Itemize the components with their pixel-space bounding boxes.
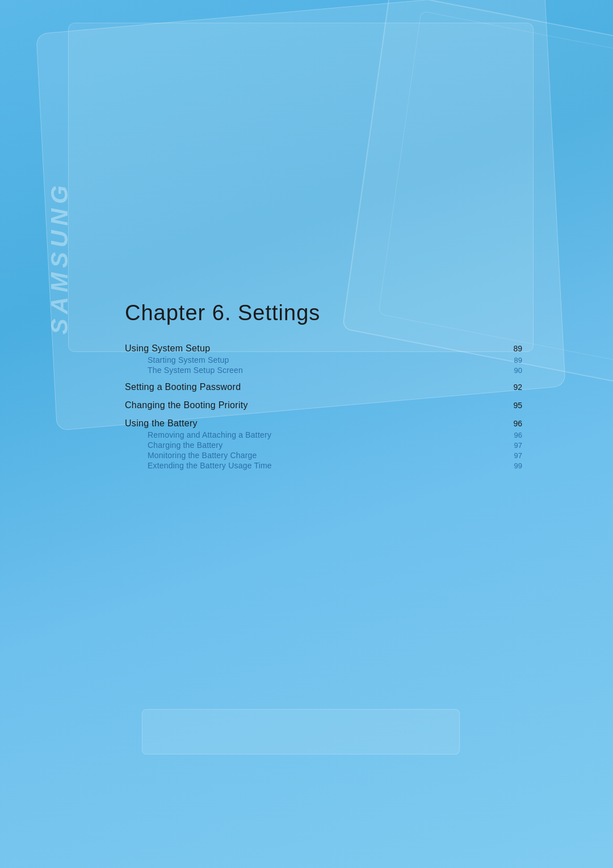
toc-section-booting-password: Setting a Booting Password 92 [125,381,522,393]
toc-sub-label-removing-battery: Removing and Attaching a Battery [148,430,271,439]
toc-sub-item: Removing and Attaching a Battery 96 [125,430,522,440]
toc-section-using-system-setup: Using System Setup 89 Starting System Se… [125,342,522,375]
toc-main-item: Using System Setup 89 [125,342,522,355]
toc-section-battery: Using the Battery 96 Removing and Attach… [125,417,522,471]
toc-sub-item: Charging the Battery 97 [125,440,522,450]
toc-main-page: 89 [505,344,522,353]
toc-sub-label: Starting System Setup [148,355,229,364]
toc-sub-item: Starting System Setup 89 [125,355,522,365]
content-area: Chapter 6. Settings Using System Setup 8… [125,301,522,473]
bottom-decorative-panel [142,709,460,754]
chapter-title: Chapter 6. Settings [125,301,522,325]
toc-sub-item: Extending the Battery Usage Time 99 [125,460,522,471]
toc-sub-page: 97 [505,451,522,460]
toc-sub-label-monitoring-battery: Monitoring the Battery Charge [148,451,257,460]
toc-sub-label-system-setup-screen: The System Setup Screen [148,366,243,375]
toc-sub-label-charging-battery: Charging the Battery [148,441,222,450]
toc-sub-page: 96 [505,431,522,439]
toc-sub-item: The System Setup Screen 90 [125,365,522,375]
toc-main-label-battery: Using the Battery [125,418,198,429]
toc-main-label-booting-priority: Changing the Booting Priority [125,400,248,410]
toc-sub-page: 99 [505,462,522,470]
toc-main-page: 95 [505,401,522,410]
table-of-contents: Using System Setup 89 Starting System Se… [125,342,522,471]
toc-main-label-booting-password: Setting a Booting Password [125,382,241,392]
toc-main-page: 92 [505,383,522,392]
toc-sub-label-extending-battery: Extending the Battery Usage Time [148,461,272,470]
toc-sub-item: Monitoring the Battery Charge 97 [125,450,522,460]
samsung-logo: SAMSUNG [46,181,73,335]
toc-main-label: Using System Setup [125,343,210,354]
toc-main-page: 96 [505,419,522,428]
toc-section-booting-priority: Changing the Booting Priority 95 [125,399,522,412]
toc-main-item: Setting a Booting Password 92 [125,381,522,393]
toc-sub-page: 89 [505,356,522,364]
toc-main-item: Using the Battery 96 [125,417,522,430]
toc-main-item: Changing the Booting Priority 95 [125,399,522,412]
toc-sub-page: 90 [505,366,522,375]
toc-sub-page: 97 [505,441,522,450]
